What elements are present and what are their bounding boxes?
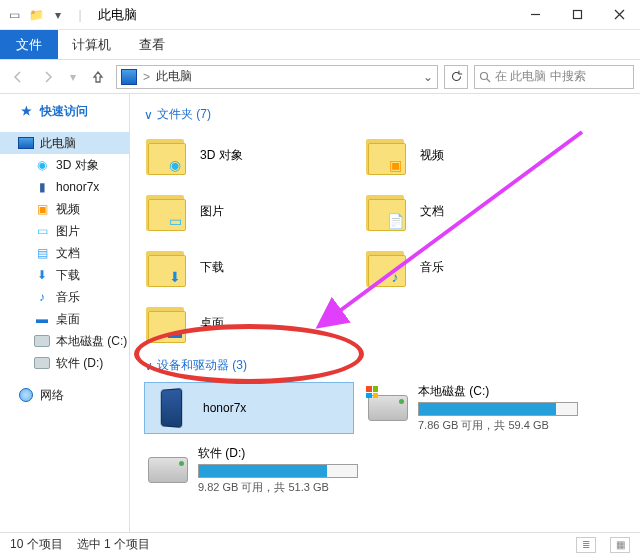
usage-bar [198, 464, 358, 478]
film-icon: ▣ [34, 201, 50, 217]
drive-free-text: 7.86 GB 可用，共 59.4 GB [418, 418, 578, 433]
menu-file[interactable]: 文件 [0, 30, 58, 59]
section-devices-header[interactable]: ∨ 设备和驱动器 (3) [144, 357, 626, 374]
folder-label: 3D 对象 [200, 147, 243, 164]
section-folders-header[interactable]: ∨ 文件夹 (7) [144, 106, 626, 123]
sidebar-item-downloads[interactable]: ⬇下载 [0, 264, 129, 286]
chevron-down-icon: ∨ [144, 359, 153, 373]
hard-drive-icon [368, 395, 408, 421]
address-dropdown-icon[interactable]: ⌄ [423, 70, 433, 84]
status-total: 10 个项目 [10, 536, 63, 553]
this-pc-icon [18, 135, 34, 151]
sidebar-item-pictures[interactable]: ▭图片 [0, 220, 129, 242]
up-button[interactable] [86, 65, 110, 89]
sidebar-item-honor7x[interactable]: ▮honor7x [0, 176, 129, 198]
folder-icon: ▭ [144, 189, 188, 233]
sidebar-network[interactable]: 网络 [0, 384, 129, 406]
desktop-icon: ▬ [34, 311, 50, 327]
drive-item[interactable]: honor7x [144, 382, 354, 434]
menu-computer[interactable]: 计算机 [58, 30, 125, 59]
drive-item[interactable]: 软件 (D:)9.82 GB 可用，共 51.3 GB [144, 444, 354, 496]
folder-label: 文档 [420, 203, 444, 220]
folder-icon: ♪ [364, 245, 408, 289]
sidebar-item-d-drive[interactable]: 软件 (D:) [0, 352, 129, 374]
sidebar-item-c-drive[interactable]: 本地磁盘 (C:) [0, 330, 129, 352]
folder-label: 下载 [200, 259, 224, 276]
back-button[interactable] [6, 65, 30, 89]
drive-name: 软件 (D:) [198, 445, 358, 462]
folder-item[interactable]: ◉3D 对象 [144, 131, 354, 179]
view-icons-button[interactable]: ▦ [610, 537, 630, 553]
menu-bar: 文件 计算机 查看 [0, 30, 640, 60]
music-icon: ♪ [34, 289, 50, 305]
sidebar-item-desktop[interactable]: ▬桌面 [0, 308, 129, 330]
nav-bar: ▾ > 此电脑 ⌄ 在 此电脑 中搜索 [0, 60, 640, 94]
address-bar[interactable]: > 此电脑 ⌄ [116, 65, 438, 89]
folder-item[interactable]: ♪音乐 [364, 243, 574, 291]
drive-name: honor7x [203, 401, 349, 415]
folder-item[interactable]: ▬桌面 [144, 299, 354, 347]
sidebar-item-videos[interactable]: ▣视频 [0, 198, 129, 220]
globe-icon [18, 387, 34, 403]
sidebar: ★ 快速访问 此电脑 ◉3D 对象 ▮honor7x ▣视频 ▭图片 ▤文档 ⬇… [0, 94, 130, 532]
folder-label: 视频 [420, 147, 444, 164]
folder-icon: ⬇ [144, 245, 188, 289]
window-title: 此电脑 [98, 6, 137, 24]
folder-item[interactable]: 📄文档 [364, 187, 574, 235]
star-icon: ★ [18, 103, 34, 119]
folder-icon: ▣ [364, 133, 408, 177]
folder-label: 音乐 [420, 259, 444, 276]
explorer-tab-icon: ▭ [6, 7, 22, 23]
folder-item[interactable]: ▭图片 [144, 187, 354, 235]
maximize-button[interactable] [556, 0, 598, 30]
disk-icon [34, 333, 50, 349]
download-icon: ⬇ [34, 267, 50, 283]
search-input[interactable]: 在 此电脑 中搜索 [474, 65, 634, 89]
forward-button[interactable] [36, 65, 60, 89]
folder-label: 桌面 [200, 315, 224, 332]
folder-item[interactable]: ▣视频 [364, 131, 574, 179]
document-icon: ▤ [34, 245, 50, 261]
disk-icon [34, 355, 50, 371]
drive-free-text: 9.82 GB 可用，共 51.3 GB [198, 480, 358, 495]
folder-icon: ▬ [144, 301, 188, 345]
view-details-button[interactable]: ≣ [576, 537, 596, 553]
close-button[interactable] [598, 0, 640, 30]
svg-point-4 [481, 72, 488, 79]
address-sep-icon: > [143, 70, 150, 84]
drive-item[interactable]: 本地磁盘 (C:)7.86 GB 可用，共 59.4 GB [364, 382, 574, 434]
this-pc-icon [121, 69, 137, 85]
folder-label: 图片 [200, 203, 224, 220]
hard-drive-icon [148, 457, 188, 483]
usage-bar [418, 402, 578, 416]
sidebar-item-documents[interactable]: ▤文档 [0, 242, 129, 264]
cube-icon: ◉ [34, 157, 50, 173]
phone-icon [161, 388, 182, 428]
explorer-folder-icon: 📁 [28, 7, 44, 23]
search-icon [479, 71, 491, 83]
folder-icon: ◉ [144, 133, 188, 177]
history-dropdown-icon[interactable]: ▾ [66, 65, 80, 89]
svg-rect-1 [573, 11, 581, 19]
main-panel: ∨ 文件夹 (7) ◉3D 对象▣视频▭图片📄文档⬇下载♪音乐▬桌面 ∨ 设备和… [130, 94, 640, 532]
title-dropdown-icon[interactable]: ▾ [50, 7, 66, 23]
folder-item[interactable]: ⬇下载 [144, 243, 354, 291]
svg-line-5 [487, 79, 490, 82]
sidebar-item-music[interactable]: ♪音乐 [0, 286, 129, 308]
drive-name: 本地磁盘 (C:) [418, 383, 578, 400]
menu-view[interactable]: 查看 [125, 30, 179, 59]
sidebar-quick-access[interactable]: ★ 快速访问 [0, 100, 129, 122]
minimize-button[interactable] [514, 0, 556, 30]
status-bar: 10 个项目 选中 1 个项目 ≣ ▦ [0, 532, 640, 556]
sidebar-this-pc[interactable]: 此电脑 [0, 132, 129, 154]
title-bar: ▭ 📁 ▾ | 此电脑 [0, 0, 640, 30]
picture-icon: ▭ [34, 223, 50, 239]
address-path: 此电脑 [156, 68, 417, 85]
sidebar-item-3d[interactable]: ◉3D 对象 [0, 154, 129, 176]
phone-icon: ▮ [34, 179, 50, 195]
title-sep-icon: | [72, 7, 88, 23]
search-placeholder: 在 此电脑 中搜索 [495, 68, 586, 85]
refresh-button[interactable] [444, 65, 468, 89]
windows-logo-icon [366, 386, 378, 398]
folder-icon: 📄 [364, 189, 408, 233]
